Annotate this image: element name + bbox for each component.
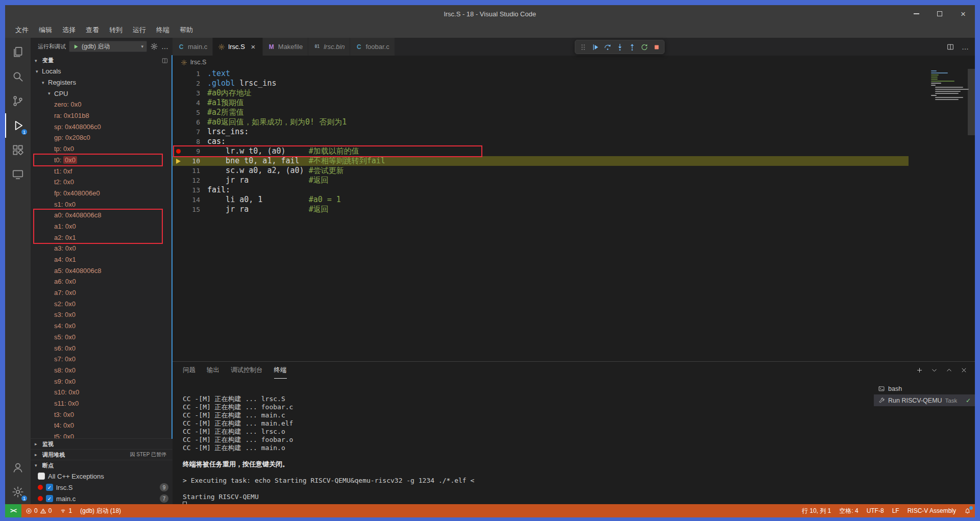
- code-line-10[interactable]: 10 bne t0, a1, fail #不相等则跳转到fail: [173, 156, 909, 166]
- register-row-s7[interactable]: s7: 0x0: [31, 354, 173, 365]
- activity-run-and-debug[interactable]: 1: [5, 113, 31, 138]
- code-line-5[interactable]: 5#a2所需值: [173, 108, 909, 117]
- file-encoding[interactable]: UTF-8: [863, 504, 888, 517]
- gutter-breakpoint-zone[interactable]: [173, 88, 184, 98]
- indentation-setting[interactable]: 空格: 4: [835, 504, 862, 517]
- gutter-breakpoint-zone[interactable]: [173, 98, 184, 108]
- editor-scrollbar[interactable]: [968, 69, 975, 361]
- tab-main-c[interactable]: Cmain.c: [173, 38, 213, 56]
- launch-config-dropdown[interactable]: (gdb) 启动 ▾: [69, 41, 147, 52]
- maximize-panel-icon[interactable]: [945, 366, 953, 374]
- register-row-a2[interactable]: a2: 0x1: [31, 232, 173, 243]
- code-line-4[interactable]: 4#a1预期值: [173, 98, 909, 108]
- menu-item-4[interactable]: 查看: [81, 24, 104, 36]
- cursor-position[interactable]: 行 10, 列 1: [798, 504, 835, 517]
- panel-tab-终端[interactable]: 终端: [274, 362, 287, 379]
- menu-item-8[interactable]: 帮助: [175, 24, 198, 36]
- menu-item-2[interactable]: 编辑: [34, 24, 57, 36]
- register-row-t2[interactable]: t2: 0x0: [31, 177, 173, 188]
- tab-makefile[interactable]: MMakefile: [263, 38, 308, 56]
- code-line-6[interactable]: 6#a0返回值，如果成功，则为0! 否则为1: [173, 117, 909, 127]
- ports-indicator[interactable]: 1: [56, 504, 76, 517]
- register-row-t1[interactable]: t1: 0xf: [31, 165, 173, 177]
- tree-node-locals[interactable]: ▾Locals: [31, 66, 173, 77]
- gutter-breakpoint-zone[interactable]: [173, 185, 184, 195]
- register-row-s3[interactable]: s3: 0x0: [31, 309, 173, 320]
- menu-item-1[interactable]: 文件: [10, 24, 34, 36]
- register-row-a0[interactable]: a0: 0x408006c8: [31, 210, 173, 221]
- notifications-bell[interactable]: [960, 504, 975, 517]
- remote-indicator[interactable]: ><: [5, 504, 21, 517]
- register-row-tp[interactable]: tp: 0x0: [31, 143, 173, 155]
- breadcrumb[interactable]: lrsc.S: [173, 56, 975, 69]
- menu-item-3[interactable]: 选择: [57, 24, 81, 36]
- start-debugging-icon[interactable]: [72, 43, 79, 50]
- code-line-2[interactable]: 2.globl lrsc_ins: [173, 79, 909, 88]
- watch-section-header[interactable]: ▸ 监视: [31, 438, 173, 449]
- activity-settings[interactable]: 1: [5, 480, 31, 504]
- register-row-a3[interactable]: a3: 0x0: [31, 243, 173, 254]
- gutter-breakpoint-zone[interactable]: [173, 127, 184, 137]
- minimize-button[interactable]: [904, 5, 928, 22]
- terminal-output[interactable]: CC -[M] 正在构建 ... lrsc.SCC -[M] 正在构建 ... …: [173, 379, 874, 504]
- register-row-s6[interactable]: s6: 0x0: [31, 342, 173, 354]
- code-line-7[interactable]: 7lrsc_ins:: [173, 127, 909, 137]
- register-row-s1[interactable]: s1: 0x0: [31, 199, 173, 210]
- step-over-button[interactable]: [601, 40, 614, 54]
- register-row-t0[interactable]: t0: 0x0: [31, 155, 173, 166]
- breakpoint-checkbox[interactable]: ✓: [46, 495, 53, 502]
- tab-foobar-c[interactable]: Cfoobar.c: [350, 38, 395, 56]
- gutter-breakpoint-zone[interactable]: [173, 195, 184, 205]
- tree-node-registers[interactable]: ▾Registers: [31, 77, 173, 88]
- breakpoint-checkbox[interactable]: ✓: [46, 484, 53, 491]
- register-row-s9[interactable]: s9: 0x0: [31, 376, 173, 387]
- close-panel-icon[interactable]: [960, 366, 968, 374]
- breakpoint-checkbox[interactable]: [38, 473, 45, 480]
- close-button[interactable]: ×: [951, 5, 975, 22]
- register-row-s2[interactable]: s2: 0x0: [31, 298, 173, 309]
- activity-account[interactable]: [5, 455, 31, 480]
- panel-tab-输出[interactable]: 输出: [207, 362, 219, 379]
- code-line-14[interactable]: 14 li a0, 1 #a0 = 1: [173, 195, 909, 205]
- debug-more-actions-icon[interactable]: …: [161, 43, 168, 50]
- register-row-sp[interactable]: sp: 0x408006c0: [31, 121, 173, 132]
- register-row-ra[interactable]: ra: 0x101b8: [31, 110, 173, 121]
- register-row-s8[interactable]: s8: 0x0: [31, 365, 173, 376]
- register-row-a4[interactable]: a4: 0x1: [31, 254, 173, 265]
- register-row-a6[interactable]: a6: 0x0: [31, 276, 173, 287]
- register-row-t4[interactable]: t4: 0x0: [31, 420, 173, 431]
- register-row-gp[interactable]: gp: 0x208c0: [31, 132, 173, 143]
- terminal-picker-icon[interactable]: [930, 366, 938, 374]
- breakpoint-item-main-c[interactable]: ✓main.c7: [31, 493, 173, 504]
- panel-tab-问题[interactable]: 问题: [183, 362, 195, 379]
- step-into-button[interactable]: [614, 40, 626, 54]
- code-line-1[interactable]: 1.text: [173, 69, 909, 79]
- problems-indicator[interactable]: 0 0: [21, 504, 56, 517]
- gutter-breakpoint-zone[interactable]: [173, 137, 184, 146]
- gutter-breakpoint-zone[interactable]: [173, 156, 184, 166]
- variables-panel-icon[interactable]: [161, 57, 168, 64]
- gutter-breakpoint-zone[interactable]: [173, 117, 184, 127]
- step-out-button[interactable]: [626, 40, 638, 54]
- debug-gear-icon[interactable]: [150, 42, 158, 51]
- new-terminal-icon[interactable]: [916, 366, 923, 374]
- register-row-a1[interactable]: a1: 0x0: [31, 221, 173, 232]
- menu-item-5[interactable]: 转到: [104, 24, 128, 36]
- gutter-breakpoint-zone[interactable]: [173, 69, 184, 79]
- scrollbar-thumb[interactable]: [968, 69, 975, 135]
- register-row-zero[interactable]: zero: 0x0: [31, 99, 173, 110]
- tab-lrsc-s[interactable]: lrsc.S×: [213, 38, 263, 56]
- gutter-breakpoint-zone[interactable]: [173, 146, 184, 156]
- editor-more-actions-icon[interactable]: …: [962, 43, 969, 51]
- menu-item-7[interactable]: 终端: [151, 24, 175, 36]
- code-line-15[interactable]: 15 jr ra #返回: [173, 205, 909, 214]
- maximize-button[interactable]: [928, 5, 951, 22]
- code-line-12[interactable]: 12 jr ra #返回: [173, 176, 909, 185]
- minimap[interactable]: [931, 70, 968, 101]
- restart-button[interactable]: [638, 40, 650, 54]
- split-editor-icon[interactable]: [946, 43, 954, 51]
- register-row-fp[interactable]: fp: 0x408006e0: [31, 188, 173, 199]
- debug-status[interactable]: (gdb) 启动 (18): [76, 504, 125, 517]
- code-line-8[interactable]: 8cas:: [173, 137, 909, 146]
- code-line-11[interactable]: 11 sc.w a0, a2, (a0) #尝试更新: [173, 166, 909, 176]
